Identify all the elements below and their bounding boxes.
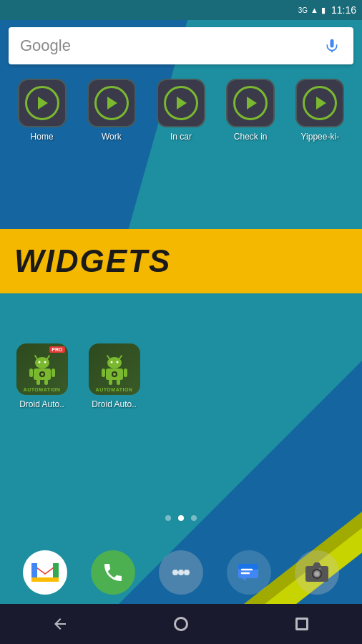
dock — [0, 541, 362, 604]
app-icons-area: PRO — [0, 329, 362, 424]
shortcut-checkin-icon — [226, 79, 275, 127]
search-bar[interactable]: Google — [9, 27, 353, 64]
shortcut-home[interactable]: Home — [11, 79, 72, 142]
android-robot — [99, 353, 130, 386]
svg-point-29 — [178, 570, 184, 575]
svg-rect-7 — [52, 369, 55, 377]
svg-rect-20 — [109, 379, 112, 385]
shortcut-incar[interactable]: In car — [150, 79, 211, 142]
home-circle-icon — [174, 617, 188, 631]
dock-gmail[interactable] — [23, 550, 67, 595]
shortcut-yippee[interactable]: Yippee-ki- — [290, 79, 351, 142]
svg-rect-21 — [117, 379, 120, 385]
page-indicators — [0, 515, 362, 521]
android-robot-pro — [26, 353, 58, 386]
svg-point-2 — [35, 357, 49, 369]
svg-rect-9 — [44, 379, 48, 385]
droid-auto-icon: AUTOMATION — [89, 343, 140, 395]
messages-icon — [236, 560, 262, 585]
shortcut-yippee-label: Yippee-ki- — [301, 132, 340, 142]
dot-2[interactable] — [178, 515, 184, 521]
svg-rect-18 — [102, 369, 105, 377]
back-icon — [52, 615, 69, 633]
automation-text-2: AUTOMATION — [89, 387, 140, 392]
recents-icon — [295, 618, 308, 630]
apps-icon — [168, 560, 194, 585]
shortcut-incar-label: In car — [170, 132, 192, 142]
recents-button[interactable] — [288, 610, 316, 638]
svg-rect-6 — [29, 369, 33, 377]
home-button[interactable] — [167, 610, 195, 638]
widgets-label: WIDGETS — [14, 243, 171, 279]
svg-point-11 — [41, 373, 44, 376]
gmail-icon — [31, 562, 59, 583]
camera-icon — [304, 560, 330, 585]
shortcut-yippee-icon — [295, 79, 344, 127]
status-bar: 3G ▲ ▮ 11:16 — [0, 0, 362, 20]
app-droid-auto-pro[interactable]: PRO — [11, 343, 72, 409]
app-row: PRO — [11, 343, 351, 409]
droid-auto-pro-icon: PRO — [16, 343, 68, 395]
status-icons: 3G ▲ ▮ — [298, 6, 326, 15]
dock-camera[interactable] — [295, 550, 339, 595]
svg-rect-27 — [31, 577, 59, 582]
svg-marker-37 — [313, 562, 321, 566]
shortcut-work-label: Work — [102, 132, 122, 142]
dock-messages[interactable] — [227, 550, 271, 595]
svg-rect-19 — [124, 369, 127, 377]
google-logo: Google — [20, 36, 71, 55]
battery-icon: ▮ — [321, 6, 326, 15]
dot-3[interactable] — [191, 515, 197, 521]
shortcut-checkin[interactable]: Check in — [220, 79, 281, 142]
app-droid-auto[interactable]: AUTOMATION Droid Auto.. — [84, 343, 145, 409]
dock-phone[interactable] — [91, 550, 135, 595]
svg-rect-8 — [36, 379, 40, 385]
widgets-banner[interactable]: WIDGETS — [0, 229, 362, 293]
clock: 11:16 — [331, 4, 356, 16]
automation-text: AUTOMATION — [16, 387, 68, 392]
svg-point-15 — [110, 361, 112, 364]
svg-point-3 — [38, 361, 40, 364]
shortcut-work[interactable]: Work — [81, 79, 142, 142]
shortcuts-row: Home Work In car Check in Yi — [0, 79, 362, 142]
svg-point-41 — [318, 568, 321, 570]
svg-point-4 — [44, 361, 46, 364]
nav-bar — [0, 604, 362, 644]
shortcut-home-label: Home — [31, 132, 54, 142]
svg-point-30 — [184, 570, 190, 575]
dock-apps[interactable] — [159, 550, 203, 595]
back-button[interactable] — [46, 610, 74, 638]
droid-auto-label: Droid Auto.. — [92, 399, 137, 409]
shortcut-home-icon — [18, 79, 67, 127]
shortcut-work-icon — [87, 79, 136, 127]
svg-point-16 — [116, 361, 118, 364]
svg-point-40 — [315, 572, 319, 576]
droid-auto-pro-label: Droid Auto.. — [19, 399, 64, 409]
svg-point-23 — [113, 373, 116, 376]
signal-icon: 3G — [298, 6, 308, 14]
mic-button[interactable] — [322, 36, 342, 56]
phone-icon — [102, 561, 124, 584]
svg-point-14 — [107, 357, 122, 369]
signal-bars: ▲ — [310, 6, 318, 14]
svg-marker-35 — [242, 578, 246, 581]
shortcut-incar-icon — [157, 79, 205, 127]
svg-point-28 — [172, 570, 178, 575]
dot-1[interactable] — [165, 515, 171, 521]
shortcut-checkin-label: Check in — [234, 132, 268, 142]
pro-badge: PRO — [49, 346, 64, 353]
